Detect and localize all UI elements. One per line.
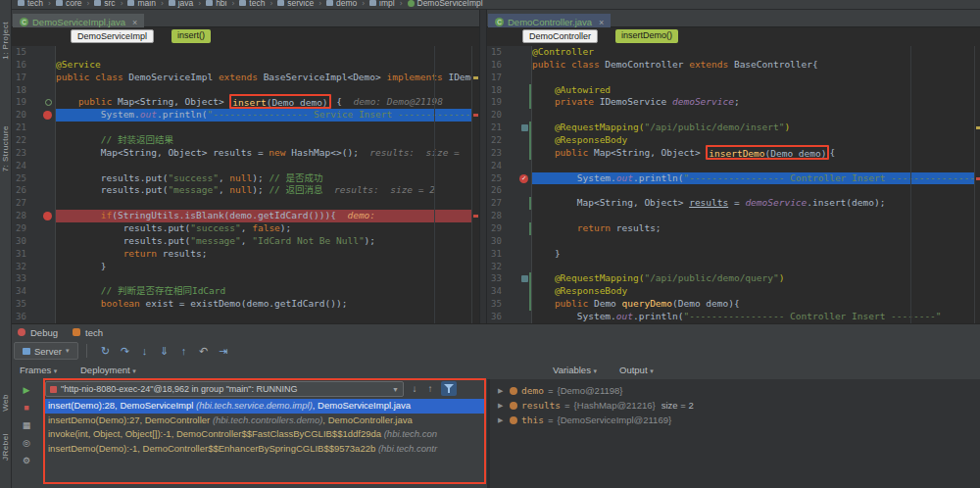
- previous-frame-icon[interactable]: ↓: [408, 382, 421, 396]
- code-token: out: [616, 311, 633, 321]
- breadcrumb-separator-icon: ›: [197, 0, 202, 8]
- gutter-line: 16: [487, 59, 531, 72]
- expand-arrow-icon[interactable]: ▶: [498, 387, 506, 395]
- class-name-chip[interactable]: DemoController: [522, 29, 598, 43]
- run-config-icon: [73, 328, 80, 336]
- breadcrumb-item[interactable]: impl: [368, 0, 397, 8]
- step-out-icon[interactable]: ↑: [175, 345, 193, 357]
- tab-deployment[interactable]: Deployment ▾: [74, 362, 142, 379]
- java-class-icon: C: [20, 18, 28, 26]
- expand-arrow-icon[interactable]: ▶: [498, 416, 506, 424]
- breakpoint-verified-icon[interactable]: ✓: [519, 174, 528, 183]
- code-line: [56, 197, 471, 210]
- drop-frame-icon[interactable]: ↶: [195, 345, 213, 358]
- stack-frame-row[interactable]: invoke(int, Object, Object[]):-1, DemoCo…: [43, 427, 486, 442]
- code-token: public: [78, 96, 118, 107]
- code-token: public: [555, 298, 594, 309]
- breadcrumb-item[interactable]: src: [92, 0, 117, 8]
- step-over-icon[interactable]: ↷: [117, 345, 134, 358]
- editor-splitter[interactable]: [479, 10, 487, 323]
- code-token: "/api/public/demo/insert": [644, 122, 784, 132]
- server-tab[interactable]: Server ▾: [14, 342, 78, 360]
- bean-marker-icon[interactable]: [45, 99, 52, 106]
- code-token: [532, 285, 555, 296]
- variable-name: demo: [521, 385, 544, 396]
- breadcrumb-item[interactable]: demo: [324, 0, 359, 8]
- gutter-line: 31: [12, 248, 55, 261]
- next-frame-icon[interactable]: ↑: [423, 382, 437, 396]
- error-stripe[interactable]: [974, 46, 980, 323]
- force-step-into-icon[interactable]: ⇓: [156, 345, 173, 358]
- close-icon[interactable]: ×: [599, 18, 604, 27]
- mapping-marker-icon[interactable]: [521, 124, 528, 131]
- code-line: private IDemoService demoService;: [532, 96, 974, 109]
- stack-frame-row[interactable]: insertDemo(Demo):-1, DemoController$$Enh…: [43, 442, 486, 457]
- code-line: @RequestMapping("/api/public/demo/query"…: [532, 272, 974, 285]
- breadcrumb-item[interactable]: core: [54, 0, 84, 8]
- folder-icon: [369, 0, 376, 6]
- error-stripe[interactable]: [471, 46, 479, 323]
- breadcrumb-item[interactable]: tech: [237, 0, 267, 8]
- view-breakpoints-icon[interactable]: ▦: [20, 418, 33, 432]
- tool-window-button-web[interactable]: Web: [1, 394, 10, 412]
- run-config-tab[interactable]: tech: [85, 327, 103, 338]
- gutter-line: 29: [487, 222, 531, 235]
- settings-icon[interactable]: ⚙: [20, 454, 33, 467]
- variable-row[interactable]: ▶this = {DemoServiceImpl@21169}: [490, 413, 980, 427]
- method-name-chip[interactable]: insertDemo(): [615, 29, 678, 43]
- variable-row[interactable]: ▶results = {HashMap@21216}size = 2: [490, 398, 980, 413]
- class-name-chip[interactable]: DemoServiceImpl: [71, 29, 154, 43]
- expand-arrow-icon[interactable]: ▶: [498, 402, 506, 410]
- stack-frame-row[interactable]: insertDemo(Demo):27, DemoController (hbi…: [43, 414, 486, 428]
- code-area[interactable]: @Servicepublic class DemoServiceImpl ext…: [56, 46, 471, 323]
- code-line: [532, 72, 974, 84]
- code-token: "----------------- Controller Insert ---…: [683, 172, 974, 183]
- frame-location: insertDemo(Demo):27, DemoController: [48, 415, 213, 425]
- rerun-icon[interactable]: ▶: [20, 383, 33, 397]
- gutter-line: 26: [12, 184, 55, 197]
- show-execution-point-icon[interactable]: ↻: [97, 345, 115, 358]
- mapping-marker-icon[interactable]: [521, 275, 528, 282]
- variable-row[interactable]: ▶demo = {Demo@21198}: [490, 383, 980, 398]
- code-token: @ResponseBody: [555, 134, 627, 145]
- tab-output[interactable]: Output ▾: [613, 362, 660, 379]
- tool-window-button-structure[interactable]: 7: Structure: [1, 125, 10, 171]
- breakpoint-icon[interactable]: [43, 111, 52, 120]
- code-line: [532, 235, 974, 248]
- code-token: System.: [532, 311, 616, 321]
- folder-icon: [18, 0, 24, 6]
- breadcrumb-label: hbi: [216, 0, 226, 8]
- breadcrumb-item[interactable]: main: [125, 0, 157, 8]
- code-token: demoService: [745, 197, 807, 208]
- tool-window-button-project[interactable]: 1: Project: [1, 22, 10, 60]
- gutter-line: 31: [487, 248, 531, 261]
- thread-label: "http-nio-8080-exec-24"@18,962 in group …: [61, 384, 388, 394]
- code-token: insertDemo: [709, 148, 764, 159]
- breadcrumb-item[interactable]: tech: [16, 0, 45, 8]
- editor-tabbar-left: C DemoServiceImpl.java ×: [12, 10, 479, 27]
- gutter-line: 33: [487, 272, 531, 285]
- gutter-line: 25: [12, 172, 55, 185]
- editor-tabbar-right: C DemoController.java ×: [487, 10, 980, 27]
- method-name-chip[interactable]: insert(): [172, 29, 211, 43]
- code-token: insert: [232, 97, 266, 108]
- close-icon[interactable]: ×: [132, 18, 137, 27]
- tab-frames[interactable]: Frames ▾: [14, 362, 63, 379]
- thread-selector[interactable]: "http-nio-8080-exec-24"@18,962 in group …: [45, 381, 404, 397]
- hide-frames-filter-icon[interactable]: [441, 381, 457, 396]
- step-into-icon[interactable]: ↓: [136, 345, 154, 357]
- breadcrumb-item[interactable]: java: [167, 0, 196, 8]
- code-token: results: size = 2: [334, 184, 435, 195]
- tab-variables[interactable]: Variables ▾: [547, 362, 603, 379]
- breadcrumb-item[interactable]: hbi: [204, 0, 228, 8]
- mute-breakpoints-icon[interactable]: ◎: [20, 436, 33, 450]
- breadcrumb-item[interactable]: service: [275, 0, 316, 8]
- code-token: // 判断是否存在相同IdCard: [101, 285, 225, 296]
- stop-icon[interactable]: ■: [20, 401, 33, 415]
- breadcrumb-item[interactable]: DemoServiceImpl: [406, 0, 485, 8]
- run-to-cursor-icon[interactable]: ⇥: [215, 345, 232, 358]
- tool-window-button-jrebel[interactable]: JRebel: [1, 433, 10, 461]
- breakpoint-icon[interactable]: [43, 212, 52, 220]
- code-area[interactable]: @Controllerpublic class DemoController e…: [532, 46, 974, 323]
- stack-frame-row[interactable]: insert(Demo):28, DemoServiceImpl (hbi.te…: [43, 399, 486, 414]
